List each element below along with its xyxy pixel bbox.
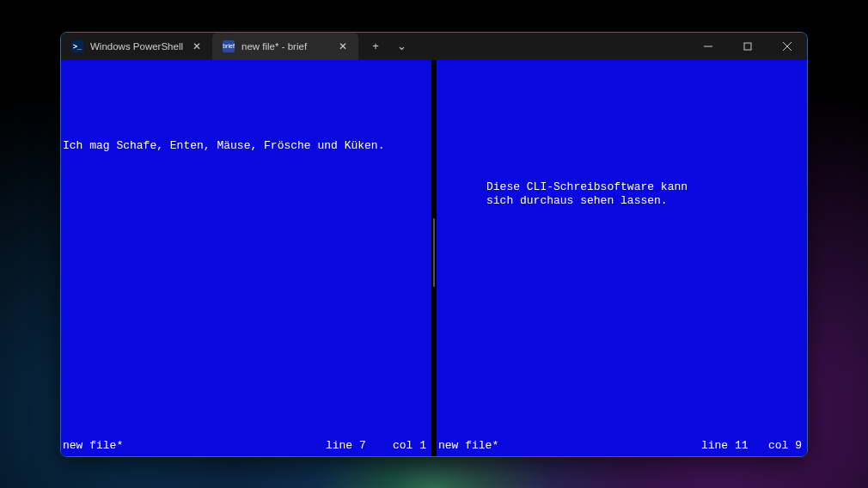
- svg-rect-1: [744, 43, 751, 50]
- minimize-button[interactable]: [688, 33, 728, 60]
- editor-text-line: Diese CLI-Schreibsoftware kann: [486, 180, 688, 194]
- titlebar[interactable]: >_ Windows PowerShell ✕ brief new file* …: [61, 33, 807, 60]
- window-controls: [688, 33, 807, 60]
- status-col: col 1: [393, 439, 426, 453]
- tab-dropdown-button[interactable]: ⌄: [389, 36, 413, 57]
- editor-text-line: sich durchaus sehen lassen.: [486, 194, 668, 208]
- status-line: line 11: [701, 439, 749, 453]
- split-content: Ich mag Schafe, Enten, Mäuse, Frösche un…: [61, 60, 807, 456]
- tab-brief[interactable]: brief new file* - brief ✕: [212, 33, 358, 60]
- editor-pane-left[interactable]: Ich mag Schafe, Enten, Mäuse, Frösche un…: [61, 60, 431, 456]
- tab-actions: + ⌄: [358, 33, 413, 60]
- status-filename: new file*: [63, 439, 326, 453]
- status-gap: [366, 439, 393, 453]
- brief-icon: brief: [223, 40, 235, 52]
- editor-text-line: Ich mag Schafe, Enten, Mäuse, Frösche un…: [63, 139, 384, 153]
- status-col: col 9: [768, 439, 802, 453]
- minimize-icon: [704, 42, 712, 51]
- status-bar: new file* line 11 col 9: [438, 439, 802, 453]
- editor-body[interactable]: Diese CLI-Schreibsoftware kann sich durc…: [437, 60, 807, 456]
- tab-label: new file* - brief: [241, 41, 329, 52]
- close-tab-button[interactable]: ✕: [190, 40, 204, 53]
- close-tab-button[interactable]: ✕: [336, 40, 350, 53]
- terminal-window: >_ Windows PowerShell ✕ brief new file* …: [60, 32, 808, 457]
- editor-body[interactable]: Ich mag Schafe, Enten, Mäuse, Frösche un…: [61, 60, 431, 456]
- new-tab-button[interactable]: +: [364, 36, 388, 57]
- close-window-button[interactable]: [767, 33, 807, 60]
- status-filename: new file*: [438, 439, 701, 453]
- maximize-button[interactable]: [728, 33, 767, 60]
- editor-pane-right[interactable]: Diese CLI-Schreibsoftware kann sich durc…: [437, 60, 807, 456]
- titlebar-drag-area[interactable]: [413, 33, 688, 60]
- tab-strip: >_ Windows PowerShell ✕ brief new file* …: [61, 33, 358, 60]
- close-icon: [783, 42, 792, 51]
- powershell-icon: >_: [71, 40, 83, 52]
- tab-label: Windows PowerShell: [90, 41, 183, 52]
- maximize-icon: [743, 42, 752, 51]
- tab-powershell[interactable]: >_ Windows PowerShell ✕: [61, 33, 212, 60]
- status-line: line 7: [326, 439, 366, 453]
- status-gap: [749, 439, 768, 453]
- status-bar: new file* line 7 col 1: [63, 439, 426, 453]
